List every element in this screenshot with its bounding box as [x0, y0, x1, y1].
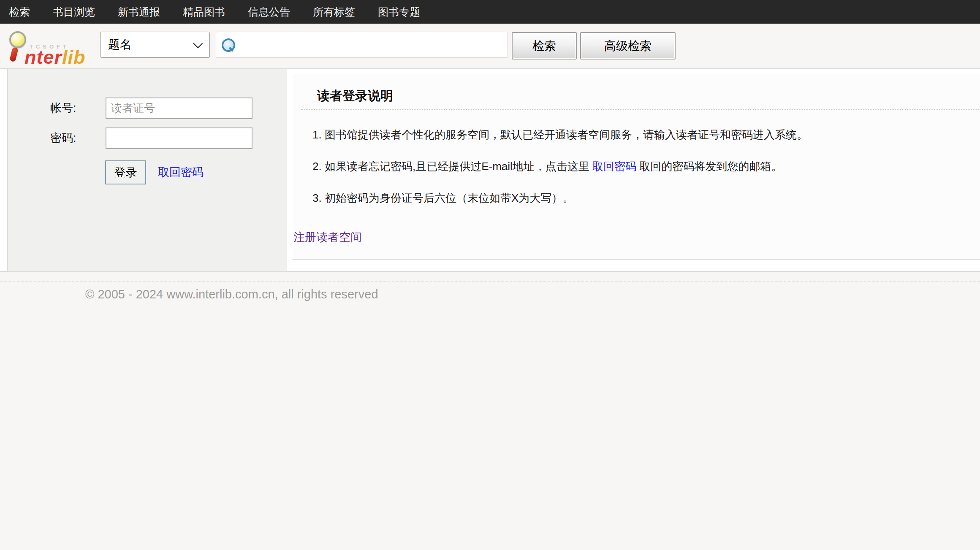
- instruction-item-2-pre: 2. 如果读者忘记密码,且已经提供过E-mail地址，点击这里: [312, 160, 592, 173]
- password-label: 密码:: [50, 127, 76, 149]
- account-input[interactable]: [106, 98, 252, 119]
- top-nav: 检索 书目浏览 新书通报 精品图书 信息公告 所有标签 图书专题: [0, 0, 980, 24]
- nav-item-book-topics[interactable]: 图书专题: [378, 0, 420, 24]
- main-container: 帐号: 密码: 登录 取回密码 读者登录说明 1. 图书馆提供读者个性化的服务空…: [0, 68, 980, 272]
- logo-magnifier-handle: [9, 47, 19, 62]
- search-icon: [222, 38, 234, 51]
- footer-divider: [0, 281, 980, 282]
- instruction-item-2: 2. 如果读者忘记密码,且已经提供过E-mail地址，点击这里 取回密码 取回的…: [312, 159, 980, 173]
- instruction-item-1: 1. 图书馆提供读者个性化的服务空间，默认已经开通读者空间服务，请输入读者证号和…: [312, 127, 980, 142]
- nav-item-catalog[interactable]: 书目浏览: [53, 0, 95, 24]
- instructions-title: 读者登录说明: [317, 87, 980, 105]
- nav-item-search[interactable]: 检索: [9, 0, 30, 24]
- nav-item-new-books[interactable]: 新书通报: [118, 0, 160, 24]
- account-label: 帐号:: [50, 98, 76, 119]
- header-bar: TCSOFT nterlib 题名 检索 高级检索: [0, 24, 980, 68]
- nav-item-all-tags[interactable]: 所有标签: [313, 0, 355, 24]
- chevron-down-icon: [193, 39, 203, 49]
- logo-brand-text: nterlib: [24, 46, 86, 68]
- register-reader-space-link[interactable]: 注册读者空间: [293, 230, 362, 245]
- dotted-separator: [301, 109, 980, 110]
- password-input[interactable]: [106, 127, 252, 149]
- instructions-list: 1. 图书馆提供读者个性化的服务空间，默认已经开通读者空间服务，请输入读者证号和…: [312, 127, 980, 222]
- instruction-item-3: 3. 初始密码为身份证号后六位（末位如带X为大写）。: [312, 191, 980, 205]
- footer-copyright: © 2005 - 2024 www.interlib.com.cn, all r…: [85, 287, 378, 301]
- instructions-panel: 读者登录说明 1. 图书馆提供读者个性化的服务空间，默认已经开通读者空间服务，请…: [292, 74, 980, 260]
- nav-item-announcements[interactable]: 信息公告: [248, 0, 290, 24]
- login-button[interactable]: 登录: [105, 160, 146, 184]
- search-box: [216, 32, 508, 58]
- advanced-search-button[interactable]: 高级检索: [580, 32, 676, 60]
- recover-password-inline-link[interactable]: 取回密码: [592, 160, 636, 173]
- logo-brand-red: nter: [24, 46, 62, 68]
- login-panel: 帐号: 密码: 登录 取回密码: [7, 69, 287, 272]
- search-button[interactable]: 检索: [512, 32, 577, 60]
- search-field-selected-value: 题名: [108, 37, 193, 53]
- logo[interactable]: TCSOFT nterlib: [8, 30, 96, 68]
- search-field-select[interactable]: 题名: [100, 32, 210, 58]
- instruction-item-2-post: 取回的密码将发到您的邮箱。: [636, 160, 782, 173]
- search-input[interactable]: [239, 33, 508, 56]
- logo-magnifier-icon: [9, 31, 26, 48]
- recover-password-link[interactable]: 取回密码: [158, 160, 204, 184]
- logo-brand-gold: lib: [62, 46, 86, 68]
- nav-item-featured[interactable]: 精品图书: [183, 0, 225, 24]
